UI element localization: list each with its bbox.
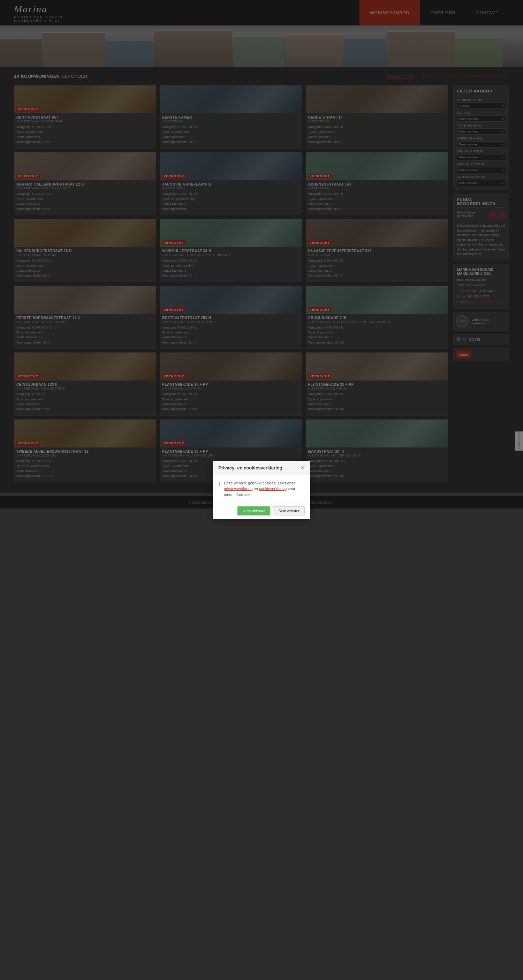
modal-footer: Ik ga akkoord Sluit venster (213, 503, 310, 519)
modal-body: ℹ Deze website gebruikt cookies. Lees on… (213, 475, 310, 503)
modal-close-x[interactable]: ✕ (300, 465, 305, 471)
modal-text: Deze website gebruikt cookies. Lees onze… (224, 480, 305, 498)
modal-close-button[interactable]: Sluit venster (273, 506, 305, 515)
cookie-modal-overlay: Privacy- en cookiesverklaring ✕ ℹ Deze w… (0, 0, 523, 648)
modal-header: Privacy- en cookiesverklaring ✕ (213, 461, 310, 475)
cookie-modal: Privacy- en cookiesverklaring ✕ ℹ Deze w… (213, 461, 310, 520)
modal-info-icon: ℹ (218, 481, 220, 488)
modal-cookie-link[interactable]: cookieverklaring (259, 487, 287, 491)
modal-icon-row: ℹ Deze website gebruikt cookies. Lees on… (218, 480, 305, 498)
modal-title: Privacy- en cookiesverklaring (218, 465, 282, 471)
modal-accept-button[interactable]: Ik ga akkoord (237, 506, 270, 515)
modal-privacy-link[interactable]: privacyverklaring (224, 487, 253, 491)
